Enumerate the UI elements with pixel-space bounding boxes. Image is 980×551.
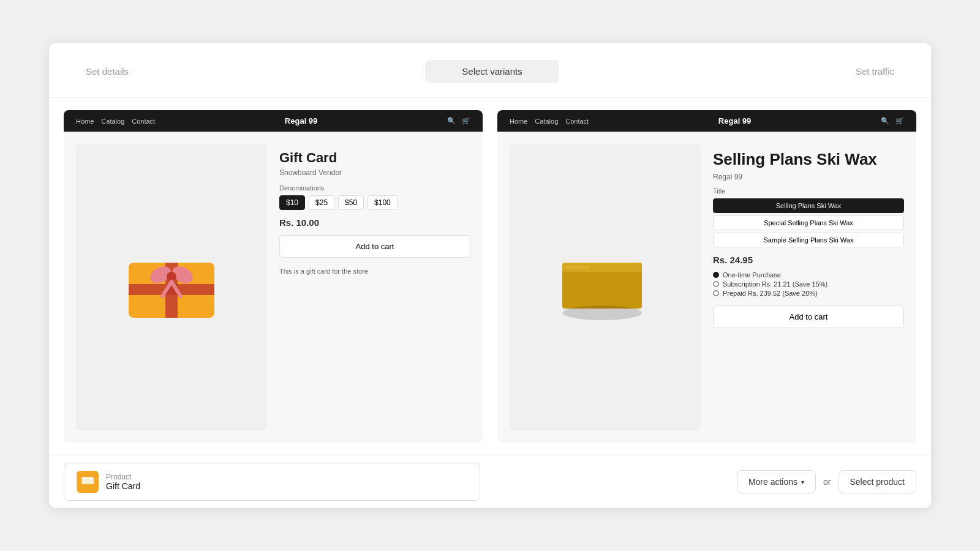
product-card-info: Product Gift Card <box>106 473 140 491</box>
right-brand: Regal 99 <box>718 116 751 126</box>
right-nav-catalog: Catalog <box>535 118 558 125</box>
left-product-details: Gift Card Snowboard Vendor Denominations… <box>279 144 470 430</box>
step-2-label: Select variants <box>425 60 559 83</box>
svg-rect-12 <box>81 477 94 484</box>
left-cart-icon: 🛒 <box>462 117 470 125</box>
right-store-nav: Home Catalog Contact Regal 99 🔍 🛒 <box>497 110 916 132</box>
right-nav-links: Home Catalog Contact <box>510 118 589 125</box>
right-product-title: Selling Plans Ski Wax <box>713 150 904 169</box>
left-brand: Regal 99 <box>285 116 317 126</box>
left-product-description: This is a gift card for the store <box>279 268 470 275</box>
product-card-name: Gift Card <box>106 481 140 491</box>
radio-2 <box>713 290 719 296</box>
right-cart-icon: 🛒 <box>895 117 904 125</box>
right-preview-panel: Home Catalog Contact Regal 99 🔍 🛒 <box>497 110 916 443</box>
product-card-icon <box>77 471 99 493</box>
radio-1 <box>713 281 719 287</box>
left-nav-icons: 🔍 🛒 <box>447 117 470 125</box>
right-title-label: Title <box>713 187 904 195</box>
left-product-image <box>76 144 267 430</box>
bottom-bar: Product Gift Card More actions ▾ or Sele… <box>49 455 931 508</box>
svg-point-10 <box>562 305 642 320</box>
right-actions: More actions ▾ or Select product <box>737 470 916 493</box>
left-nav-catalog: Catalog <box>101 118 124 125</box>
left-nav-links: Home Catalog Contact <box>76 118 155 125</box>
left-add-to-cart-button[interactable]: Add to cart <box>279 235 470 258</box>
denominations-group: $10 $25 $50 $100 <box>279 195 470 210</box>
variant-options-group: Selling Plans Ski Wax Special Selling Pl… <box>713 198 904 247</box>
variant-1[interactable]: Special Selling Plans Ski Wax <box>713 216 904 230</box>
purchase-option-0: One-time Purchase <box>713 271 904 279</box>
purchase-option-1-label: Subscription Rs. 21.21 (Save 15%) <box>723 280 827 288</box>
product-card-type: Product <box>106 473 140 481</box>
more-actions-button[interactable]: More actions ▾ <box>737 470 816 493</box>
radio-0 <box>713 272 719 278</box>
main-container: Set details Select variants Set traffic … <box>49 43 931 508</box>
variant-0[interactable]: Selling Plans Ski Wax <box>713 198 904 213</box>
svg-rect-11 <box>565 266 590 269</box>
right-search-icon: 🔍 <box>881 117 889 125</box>
left-nav-contact: Contact <box>132 118 155 125</box>
right-nav-icons: 🔍 🛒 <box>881 117 904 125</box>
denom-25[interactable]: $25 <box>309 195 334 210</box>
step-3-label: Set traffic <box>856 66 894 77</box>
select-product-button[interactable]: Select product <box>839 470 917 493</box>
left-product-vendor: Snowboard Vendor <box>279 168 470 177</box>
content-area: Home Catalog Contact Regal 99 🔍 🛒 <box>49 98 931 455</box>
left-preview-panel: Home Catalog Contact Regal 99 🔍 🛒 <box>64 110 483 443</box>
chevron-down-icon: ▾ <box>801 479 804 485</box>
purchase-option-0-label: One-time Purchase <box>723 271 781 279</box>
right-product-image <box>510 144 701 430</box>
denominations-label: Denominations <box>279 184 470 192</box>
right-product-brand: Regal 99 <box>713 173 904 181</box>
right-product-details: Selling Plans Ski Wax Regal 99 Title Sel… <box>713 144 904 430</box>
variant-2[interactable]: Sample Selling Plans Ski Wax <box>713 233 904 247</box>
denom-50[interactable]: $50 <box>338 195 364 210</box>
denom-10[interactable]: $10 <box>279 195 305 210</box>
right-add-to-cart-button[interactable]: Add to cart <box>713 305 904 328</box>
left-nav-home: Home <box>76 118 94 125</box>
more-actions-label: More actions <box>748 477 797 487</box>
left-product-content: Gift Card Snowboard Vendor Denominations… <box>64 132 483 443</box>
step-1-label: Set details <box>86 66 129 77</box>
purchase-options-group: One-time Purchase Subscription Rs. 21.21… <box>713 271 904 297</box>
denom-100[interactable]: $100 <box>368 195 398 210</box>
product-card: Product Gift Card <box>64 463 480 501</box>
or-label: or <box>823 477 831 487</box>
right-product-price: Rs. 24.95 <box>713 255 904 265</box>
purchase-option-2-label: Prepaid Rs. 239.52 (Save 20%) <box>723 290 818 297</box>
right-product-content: Selling Plans Ski Wax Regal 99 Title Sel… <box>497 132 916 443</box>
right-nav-contact: Contact <box>565 118 589 125</box>
steps-header: Set details Select variants Set traffic <box>49 43 931 98</box>
left-store-nav: Home Catalog Contact Regal 99 🔍 🛒 <box>64 110 483 132</box>
purchase-option-2: Prepaid Rs. 239.52 (Save 20%) <box>713 290 904 297</box>
left-search-icon: 🔍 <box>447 117 456 125</box>
left-product-title: Gift Card <box>279 150 470 166</box>
purchase-option-1: Subscription Rs. 21.21 (Save 15%) <box>713 280 904 288</box>
right-nav-home: Home <box>510 118 527 125</box>
left-product-price: Rs. 10.00 <box>279 217 470 228</box>
